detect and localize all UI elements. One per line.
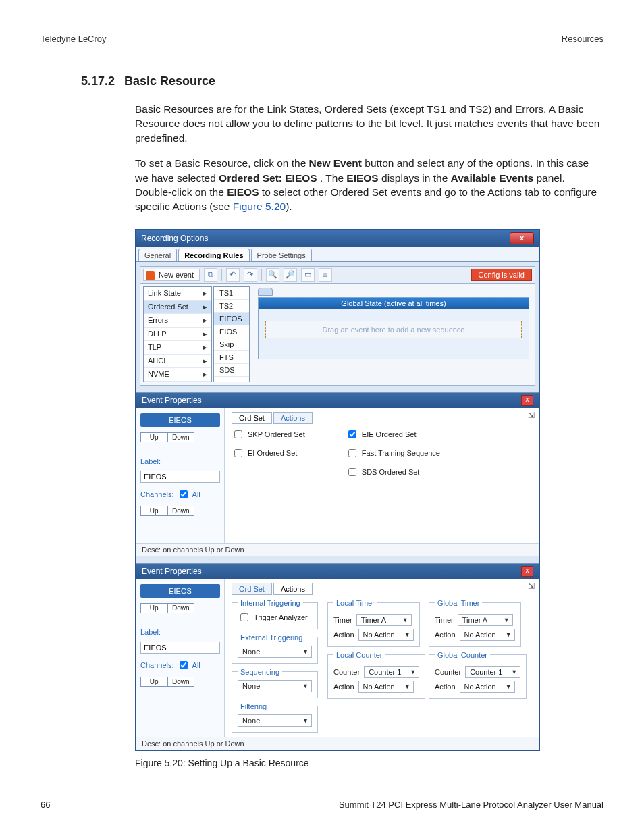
up-down-toggle[interactable]: UpDown xyxy=(140,677,194,687)
copy-icon[interactable]: ⧉ xyxy=(204,268,217,282)
event-badge: EIEOS xyxy=(140,584,220,598)
close-icon[interactable]: x xyxy=(521,395,533,406)
global-timer-action-select[interactable]: No Action▼ xyxy=(460,629,515,641)
zoom-out-icon[interactable]: 🔎 xyxy=(284,268,297,282)
channels-caption: Channels: xyxy=(140,490,174,498)
window-title: Recording Options xyxy=(141,234,208,243)
zoom-in-icon[interactable]: 🔍 xyxy=(266,268,279,282)
paragraph-1: Basic Resources are for the Link States,… xyxy=(135,102,603,145)
up-down-toggle[interactable]: UpDown xyxy=(140,432,194,442)
up-down-toggle[interactable]: UpDown xyxy=(140,506,194,516)
close-icon[interactable]: x xyxy=(521,566,533,577)
header-right: Resources xyxy=(562,34,603,44)
internal-triggering-group: Internal Triggering Trigger Analyzer xyxy=(232,599,318,629)
tab-actions[interactable]: Actions xyxy=(273,412,313,424)
filtering-select[interactable]: None▼ xyxy=(238,714,312,727)
section-title: Basic Resource xyxy=(124,74,215,88)
paragraph-2: To set a Basic Resource, click on the Ne… xyxy=(135,156,603,214)
label-caption: Label: xyxy=(140,457,220,465)
figure-caption: Figure 5.20: Setting Up a Basic Resource xyxy=(135,758,603,768)
section-number: 5.17.2 xyxy=(81,74,115,88)
tab-general[interactable]: General xyxy=(138,249,177,261)
local-counter-action-select[interactable]: No Action▼ xyxy=(358,681,414,693)
fit-icon[interactable]: ▭ xyxy=(301,268,315,282)
layout-icon[interactable]: ⧈ xyxy=(319,268,332,282)
sequencing-group: Sequencing None▼ xyxy=(232,668,318,698)
pin-icon[interactable]: ⇲ xyxy=(528,411,535,420)
label-caption: Label: xyxy=(140,628,220,636)
event-properties-actions: Event Properties x EIEOS UpDown Label: C… xyxy=(136,563,539,750)
new-event-button[interactable]: New event xyxy=(143,269,200,281)
up-down-toggle[interactable]: UpDown xyxy=(140,603,194,613)
event-desc: Desc: on channels Up or Down xyxy=(136,737,539,750)
eie-checkbox[interactable] xyxy=(348,430,356,438)
page-number: 66 xyxy=(41,800,50,810)
sequence-tab[interactable] xyxy=(258,288,273,296)
global-state-title: Global State (active at all times) xyxy=(259,298,529,309)
event-desc: Desc: on channels Up or Down xyxy=(136,543,539,556)
close-icon[interactable]: x xyxy=(510,232,534,244)
manual-title: Summit T24 PCI Express Multi-Lane Protoc… xyxy=(339,800,603,810)
channels-all-checkbox[interactable] xyxy=(180,490,188,498)
external-trigger-select[interactable]: None▼ xyxy=(238,646,312,658)
local-timer-select[interactable]: Timer A▼ xyxy=(356,614,412,626)
figure-link[interactable]: Figure 5.20 xyxy=(233,201,286,212)
channels-all-checkbox[interactable] xyxy=(180,661,188,669)
label-input[interactable] xyxy=(140,642,220,654)
header-left: Teledyne LeCroy xyxy=(41,34,107,44)
global-counter-action-select[interactable]: No Action▼ xyxy=(460,681,515,693)
skp-checkbox[interactable] xyxy=(234,430,242,438)
tab-ordset[interactable]: Ord Set xyxy=(232,412,272,424)
global-state-panel: Global State (active at all times) Drag … xyxy=(258,297,529,359)
config-valid-badge: Config is valid xyxy=(471,269,532,281)
external-triggering-group: External Triggering None▼ xyxy=(232,633,318,664)
global-timer-select[interactable]: Timer A▼ xyxy=(458,614,513,626)
figure-5-20: Recording Options x General Recording Ru… xyxy=(135,229,540,751)
sequencing-select[interactable]: None▼ xyxy=(238,680,312,692)
tab-actions[interactable]: Actions xyxy=(273,583,313,595)
tab-recording-rules[interactable]: Recording Rules xyxy=(178,249,249,261)
local-timer-group: Local Timer Timer Timer A▼ Action No Act… xyxy=(327,599,420,647)
ei-checkbox[interactable] xyxy=(234,449,242,457)
undo-icon[interactable]: ↶ xyxy=(226,268,240,282)
sds-checkbox[interactable] xyxy=(348,468,356,476)
event-badge: EIEOS xyxy=(140,413,220,427)
local-timer-action-select[interactable]: No Action▼ xyxy=(358,629,414,641)
ordered-set-submenu[interactable]: TS1 TS2 EIEOS EIOS Skip FTS SDS xyxy=(213,286,250,382)
global-timer-group: Global Timer Timer Timer A▼ Action No Ac… xyxy=(429,599,521,647)
filtering-group: Filtering None▼ xyxy=(232,702,318,733)
new-event-menu[interactable]: Link State▸ Ordered Set▸ Errors▸ DLLP▸ T… xyxy=(143,286,212,382)
tab-probe-settings[interactable]: Probe Settings xyxy=(251,249,312,261)
trigger-analyzer-checkbox[interactable] xyxy=(240,613,248,621)
global-counter-select[interactable]: Counter 1▼ xyxy=(465,666,520,678)
drop-zone[interactable]: Drag an event here to add a new sequence xyxy=(265,321,522,338)
local-counter-group: Local Counter Counter Counter 1▼ Action … xyxy=(327,651,425,699)
global-counter-group: Global Counter Counter Counter 1▼ Action… xyxy=(429,651,527,699)
tab-ordset[interactable]: Ord Set xyxy=(232,583,272,595)
local-counter-select[interactable]: Counter 1▼ xyxy=(364,666,419,678)
redo-icon[interactable]: ↷ xyxy=(244,268,257,282)
pin-icon[interactable]: ⇲ xyxy=(528,581,535,591)
event-properties-ordset: Event Properties x EIEOS UpDown Label: C… xyxy=(136,392,539,556)
channels-caption: Channels: xyxy=(140,661,174,669)
label-input[interactable] xyxy=(140,471,220,483)
fts-checkbox[interactable] xyxy=(348,449,356,457)
